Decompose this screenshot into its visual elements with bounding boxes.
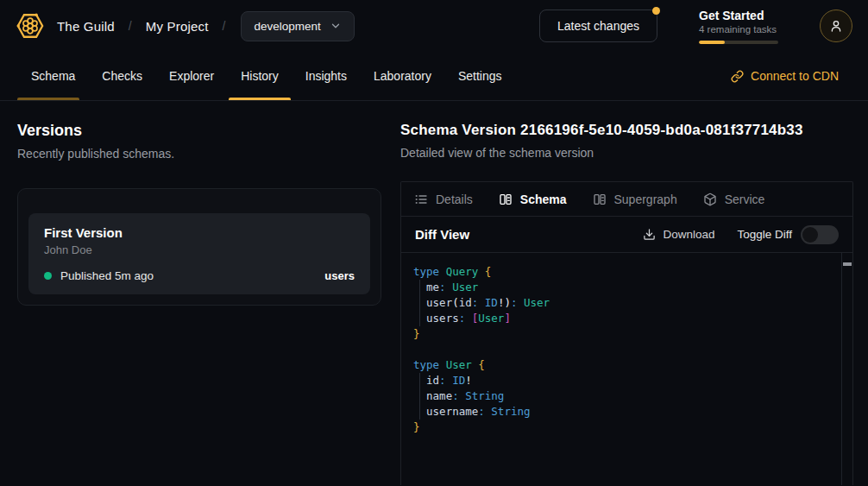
tab-laboratory[interactable]: Laboratory	[374, 52, 431, 100]
breadcrumb: The Guild / My Project /	[57, 19, 225, 34]
toggle-diff-label: Toggle Diff	[737, 228, 792, 241]
code-token: String	[465, 389, 504, 402]
code-line: username: String	[413, 404, 835, 420]
toggle-diff-switch[interactable]	[801, 225, 839, 244]
schema-detail-box: DetailsSchemaSupergraphService Diff View…	[400, 181, 853, 485]
list-icon	[414, 193, 428, 206]
code-token: )	[504, 296, 511, 309]
download-icon	[643, 228, 656, 241]
tab-explorer[interactable]: Explorer	[169, 52, 214, 100]
code-line: type User {	[413, 357, 835, 373]
get-started-progress-fill	[699, 41, 725, 44]
code-token: ID	[452, 374, 465, 387]
code-token: User	[452, 281, 478, 293]
code-line: type Query {	[413, 264, 835, 280]
detail-tab-label: Service	[725, 193, 765, 206]
code-token: String	[491, 405, 530, 418]
code-scrollbar-thumb[interactable]	[843, 262, 852, 266]
chevron-down-icon	[330, 20, 342, 32]
code-token: :	[478, 405, 485, 418]
code-token: {	[485, 265, 492, 278]
connect-to-cdn-button[interactable]: Connect to CDN	[731, 52, 839, 100]
get-started-widget[interactable]: Get Started 4 remaining tasks	[699, 9, 778, 44]
code-token: User	[478, 312, 504, 325]
version-author: John Doe	[44, 243, 355, 256]
tab-history[interactable]: History	[241, 52, 279, 100]
code-line	[413, 342, 835, 357]
primary-nav: SchemaChecksExplorerHistoryInsightsLabor…	[0, 52, 868, 101]
breadcrumb-org[interactable]: The Guild	[57, 19, 115, 34]
code-token: id	[413, 374, 439, 387]
code-lines: type Query { me: User user(id: ID!): Use…	[413, 264, 835, 435]
detail-tab-details[interactable]: Details	[414, 193, 473, 206]
get-started-title: Get Started	[699, 9, 778, 22]
indent-guide	[419, 295, 420, 311]
code-token	[478, 296, 485, 309]
tab-insights[interactable]: Insights	[305, 52, 347, 100]
versions-title: Versions	[17, 122, 381, 140]
connect-to-cdn-label: Connect to CDN	[751, 69, 839, 83]
primary-nav-tabs: SchemaChecksExplorerHistoryInsightsLabor…	[31, 52, 502, 100]
code-token: User	[446, 358, 472, 371]
version-service-badge: users	[324, 269, 355, 282]
code-token	[465, 312, 472, 325]
tab-label: Schema	[31, 69, 75, 83]
columns-icon	[499, 193, 513, 206]
indent-guide	[419, 280, 420, 295]
diff-view-header: Diff View Download Toggle Diff	[401, 217, 852, 253]
indent-guide	[419, 388, 420, 404]
code-token: :	[452, 389, 459, 402]
code-token: me	[413, 281, 439, 293]
user-icon	[829, 19, 843, 33]
top-bar: The Guild / My Project / development Lat…	[0, 0, 868, 52]
versions-list: First Version John Doe Published 5m ago …	[17, 188, 381, 306]
tab-checks[interactable]: Checks	[102, 52, 142, 100]
code-line: users: [User]	[413, 311, 835, 326]
version-list-item[interactable]: First Version John Doe Published 5m ago …	[28, 213, 370, 294]
version-detail-panel: Schema Version 2166196f-5e10-4059-bd0a-0…	[399, 101, 868, 485]
tab-settings[interactable]: Settings	[458, 52, 502, 100]
schema-version-title: Schema Version 2166196f-5e10-4059-bd0a-0…	[400, 122, 853, 139]
code-token	[439, 358, 446, 371]
code-token: }	[413, 420, 420, 433]
download-button[interactable]: Download	[643, 228, 714, 241]
code-line: id: ID!	[413, 373, 835, 388]
indent-guide	[419, 373, 420, 388]
code-token: }	[413, 327, 420, 340]
latest-changes-label: Latest changes	[557, 19, 639, 33]
notification-dot	[652, 7, 660, 15]
version-status-row: Published 5m ago users	[44, 269, 355, 282]
code-token: User	[524, 296, 550, 309]
code-scrollbar[interactable]	[841, 253, 852, 485]
detail-tab-schema[interactable]: Schema	[499, 193, 567, 206]
environment-select[interactable]: development	[241, 11, 354, 41]
schema-detail-tabs: DetailsSchemaSupergraphService	[401, 182, 852, 217]
columns-icon	[593, 193, 607, 206]
code-token: ID	[485, 296, 498, 309]
code-token: username	[413, 405, 478, 418]
detail-tab-supergraph[interactable]: Supergraph	[593, 193, 677, 206]
link-icon	[731, 70, 744, 83]
code-line: name: String	[413, 388, 835, 404]
latest-changes-button[interactable]: Latest changes	[539, 9, 657, 42]
tab-schema[interactable]: Schema	[31, 52, 75, 100]
user-avatar[interactable]	[820, 9, 852, 42]
box-icon	[703, 193, 717, 206]
tab-label: Settings	[458, 69, 502, 83]
schema-version-subtitle: Detailed view of the schema version	[400, 146, 853, 160]
code-token: type	[413, 358, 439, 371]
diff-view-title: Diff View	[415, 227, 469, 242]
schema-code-viewer[interactable]: type Query { me: User user(id: ID!): Use…	[401, 253, 852, 485]
code-token	[517, 296, 524, 309]
code-token: ]	[504, 312, 511, 325]
detail-tab-service[interactable]: Service	[703, 193, 765, 206]
version-title: First Version	[44, 225, 355, 240]
indent-guide	[419, 311, 420, 326]
get-started-subtitle: 4 remaining tasks	[699, 24, 778, 35]
tab-label: Explorer	[169, 69, 214, 83]
detail-tab-label: Supergraph	[614, 193, 677, 206]
tab-label: Insights	[305, 69, 347, 83]
guild-logo-icon[interactable]	[16, 11, 45, 41]
indent-guide	[419, 404, 420, 420]
breadcrumb-project[interactable]: My Project	[146, 19, 209, 34]
